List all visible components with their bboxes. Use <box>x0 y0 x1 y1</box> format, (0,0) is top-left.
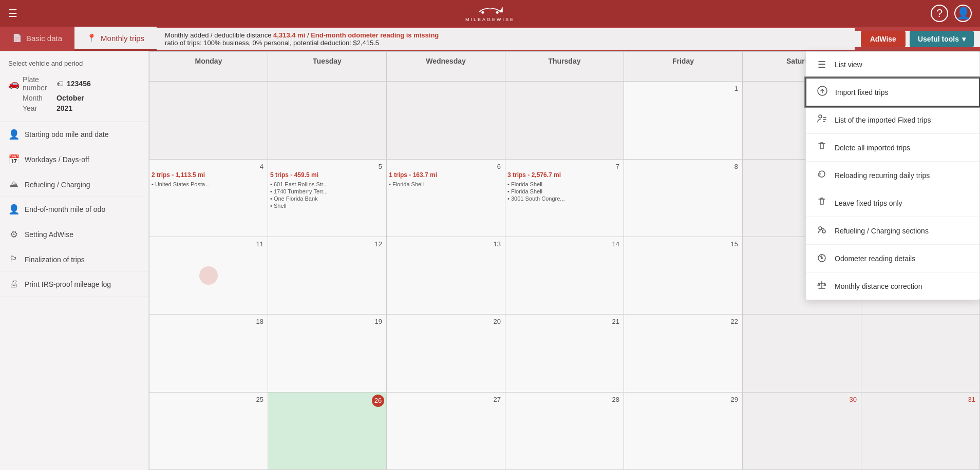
year-row: Year 2021 <box>8 104 140 112</box>
finalization-icon: 🏳 <box>8 254 20 265</box>
cal-cell-w5-sat[interactable]: 30 <box>743 393 861 470</box>
cal-cell-w4-thu[interactable]: 21 <box>505 315 624 392</box>
dropdown-odometer[interactable]: Odometer reading details <box>806 245 979 272</box>
list-imported-label: List of the imported Fixed trips <box>835 116 931 124</box>
sidebar-item-starting-odo[interactable]: 👤 Starting odo mile and date <box>0 122 148 147</box>
cal-cell-w5-fri[interactable]: 29 <box>624 393 743 470</box>
sidebar-item-finalization[interactable]: 🏳 Finalization of trips <box>0 247 148 272</box>
trip-item-5-3: One Florida Bank <box>270 195 384 202</box>
sidebar: Select vehicle and period 🚗 Plate number… <box>0 51 149 470</box>
menu-icon[interactable]: ☰ <box>8 7 17 19</box>
basic-data-label: Basic data <box>26 34 62 43</box>
cal-cell-w4-wed[interactable]: 20 <box>387 315 505 392</box>
cal-cell-w1-tue[interactable] <box>268 82 387 159</box>
cal-header-friday: Friday <box>624 52 743 82</box>
day-27: 27 <box>389 395 503 404</box>
info-prefix: Monthly added / deductible distance <box>165 31 273 39</box>
cal-cell-w5-thu[interactable]: 28 <box>505 393 624 470</box>
sidebar-item-refueling[interactable]: ⛰ Refueling / Charging <box>0 172 148 197</box>
odo-start-label: Starting odo mile and date <box>25 130 108 139</box>
dropdown-import-fixed-trips[interactable]: Import fixed trips <box>805 77 980 107</box>
plate-icon: 🏷 <box>56 80 64 88</box>
scale-icon <box>816 280 827 292</box>
cal-cell-w2-fri[interactable]: 8 <box>624 160 743 237</box>
sidebar-item-print[interactable]: 🖨 Print IRS-proof mileage log <box>0 272 148 297</box>
cal-cell-w1-wed[interactable] <box>387 82 505 159</box>
trip-item-7-3: 3001 South Congre... <box>507 195 621 202</box>
adwise-button[interactable]: AdWise <box>861 31 906 47</box>
sidebar-item-workdays[interactable]: 📅 Workdays / Days-off <box>0 147 148 172</box>
info-bar: Monthly added / deductible distance 4,31… <box>157 28 855 50</box>
cal-cell-w3-thu[interactable]: 14 <box>505 237 624 315</box>
tab-monthly-trips[interactable]: 📍 Monthly trips <box>74 27 157 51</box>
leave-fixed-icon <box>816 197 827 209</box>
cal-cell-w1-mon[interactable] <box>149 82 268 159</box>
tab-basic-data[interactable]: 📄 Basic data <box>0 27 74 51</box>
day-25: 25 <box>152 395 266 404</box>
year-value: 2021 <box>56 104 72 112</box>
cal-cell-w4-fri[interactable]: 22 <box>624 315 743 392</box>
odo-start-icon: 👤 <box>8 129 20 140</box>
cal-cell-w1-fri[interactable]: 1 <box>624 82 743 159</box>
sidebar-item-adwise[interactable]: ⚙ Setting AdWise <box>0 222 148 247</box>
month-row: Month October <box>8 94 140 102</box>
sidebar-item-end-odo[interactable]: 👤 End-of-month mile of odo <box>0 197 148 222</box>
day-12: 12 <box>270 239 384 249</box>
cal-header-wednesday: Wednesday <box>387 52 505 82</box>
svg-point-7 <box>819 227 822 230</box>
trip-summary-4: 2 trips - 1,113.5 mi <box>152 171 266 179</box>
cal-cell-w5-tue[interactable]: 26 <box>268 393 387 470</box>
plate-value: 123456 <box>67 80 91 88</box>
help-icon[interactable]: ? <box>931 5 948 22</box>
cal-cell-w2-thu[interactable]: 7 3 trips - 2,576.7 mi Florida Shell Flo… <box>505 160 624 237</box>
trip-item-5-2: 1740 Turnberry Terr... <box>270 188 384 195</box>
list-view-label: List view <box>835 61 862 69</box>
cal-cell-w1-thu[interactable] <box>505 82 624 159</box>
day-5: 5 <box>270 162 384 171</box>
car-icon: 🚗 <box>8 78 20 89</box>
monthly-trips-icon: 📍 <box>87 33 97 43</box>
trip-item-5-4: Shell <box>270 202 384 209</box>
pink-circle-11 <box>199 266 218 285</box>
cal-cell-w3-mon[interactable]: 11 <box>149 237 268 315</box>
cal-cell-w3-fri[interactable]: 15 <box>624 237 743 315</box>
useful-tools-button[interactable]: Useful tools ▾ <box>910 31 974 47</box>
trip-item-6-1: Florida Shell <box>389 181 503 188</box>
cal-cell-w2-tue[interactable]: 5 5 trips - 459.5 mi 601 East Rollins St… <box>268 160 387 237</box>
month-label: Month <box>23 94 53 102</box>
monthly-trips-label: Monthly trips <box>101 34 144 43</box>
cal-cell-w3-wed[interactable]: 13 <box>387 237 505 315</box>
logo: MILEAGEWISE <box>465 5 515 22</box>
vehicle-info: 🚗 Plate number 🏷 123456 Month October Ye… <box>0 72 148 122</box>
day-13: 13 <box>389 239 503 249</box>
user-icon[interactable]: 👤 <box>954 5 972 22</box>
dropdown-refueling[interactable]: Refueling / Charging sections <box>806 217 979 245</box>
list-view-icon: ☰ <box>816 59 827 70</box>
cal-cell-w5-wed[interactable]: 27 <box>387 393 505 470</box>
cal-cell-w3-tue[interactable]: 12 <box>268 237 387 315</box>
dropdown-delete-imported[interactable]: Delete all imported trips <box>806 134 979 162</box>
cal-cell-w4-sun[interactable] <box>861 315 980 392</box>
cal-cell-w5-mon[interactable]: 25 <box>149 393 268 470</box>
day-15: 15 <box>626 239 740 249</box>
dropdown-list-imported[interactable]: List of the imported Fixed trips <box>806 106 979 134</box>
import-icon <box>817 86 828 99</box>
cal-cell-w5-sun[interactable]: 31 <box>861 393 980 470</box>
day-28: 28 <box>507 395 621 404</box>
day-19: 19 <box>270 317 384 326</box>
dropdown-reload-recurring[interactable]: Reloading recurring daily trips <box>806 162 979 189</box>
cal-cell-w4-tue[interactable]: 19 <box>268 315 387 392</box>
trip-item-5-1: 601 East Rollins Str... <box>270 181 384 188</box>
odometer-icon <box>816 252 827 265</box>
cal-cell-w2-mon[interactable]: 4 2 trips - 1,113.5 mi United States Pos… <box>149 160 268 237</box>
cal-cell-w4-sat[interactable] <box>743 315 861 392</box>
dropdown-monthly-correction[interactable]: Monthly distance correction <box>806 272 979 300</box>
cal-cell-w4-mon[interactable]: 18 <box>149 315 268 392</box>
cal-header-tuesday: Tuesday <box>268 52 387 82</box>
dropdown-leave-fixed[interactable]: Leave fixed trips only <box>806 189 979 217</box>
info-line1: Monthly added / deductible distance 4,31… <box>165 31 846 39</box>
end-odo-label: End-of-month mile of odo <box>25 205 105 213</box>
day-30: 30 <box>745 395 859 404</box>
dropdown-list-view[interactable]: ☰ List view <box>806 52 979 78</box>
cal-cell-w2-wed[interactable]: 6 1 trips - 163.7 mi Florida Shell <box>387 160 505 237</box>
